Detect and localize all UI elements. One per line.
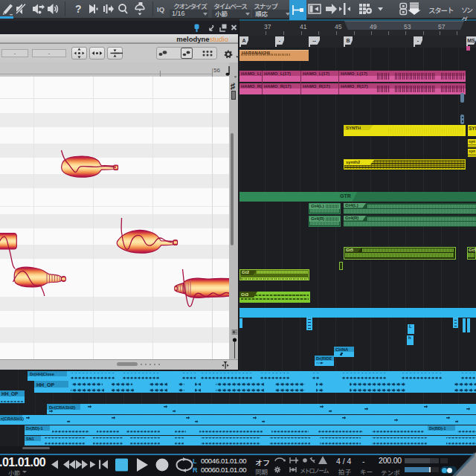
svg-text:♯: ♯ xyxy=(231,81,235,91)
svg-text:r(CRASH1): r(CRASH1) xyxy=(1,416,24,421)
svg-text:Dr(BD)-1: Dr(BD)-1 xyxy=(429,426,446,431)
svg-text:Dr(CRASH2): Dr(CRASH2) xyxy=(49,405,75,410)
svg-text:IQ: IQ xyxy=(157,5,164,13)
svg-text:HH_OP: HH_OP xyxy=(36,382,54,387)
svg-text:HH_OP: HH_OP xyxy=(1,391,19,396)
svg-text:SN1: SN1 xyxy=(26,437,34,441)
svg-text:Dr(BD)-1: Dr(BD)-1 xyxy=(26,426,43,431)
svg-text:?: ? xyxy=(75,3,82,15)
svg-text:Dr(HH)Close: Dr(HH)Close xyxy=(30,372,54,376)
